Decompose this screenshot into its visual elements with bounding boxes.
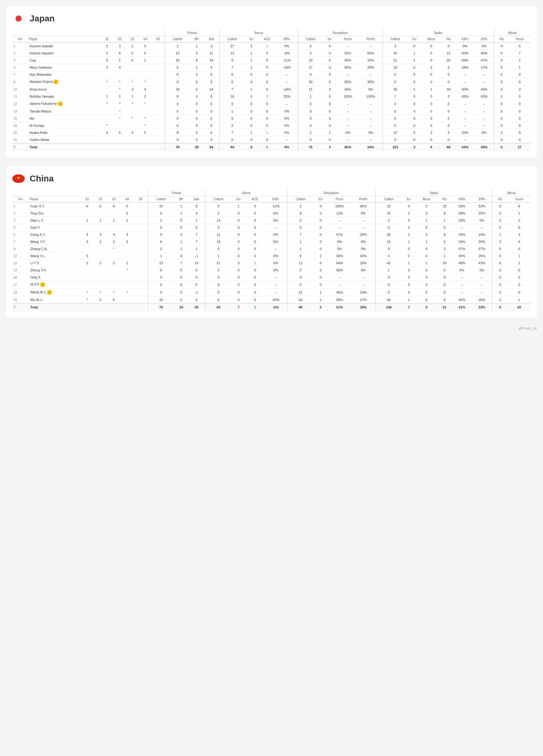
sp-err: 0 — [408, 129, 421, 136]
s3 — [107, 304, 121, 311]
perf: – — [351, 281, 375, 289]
ball: 9 — [188, 202, 205, 210]
th-sp-err: Err — [408, 36, 421, 43]
rc-err: 0 — [323, 71, 336, 78]
pos: 0% — [337, 129, 359, 136]
table-row: 7 Aya Watanabe 0 0 0 0 0 0 – 0 0 – – 0 0… — [12, 71, 531, 78]
rc-cat: 0 — [298, 100, 323, 108]
s5 — [134, 289, 148, 296]
sp-err: 1 — [402, 238, 416, 245]
player-yes: 18 — [12, 289, 28, 296]
s2: * — [113, 108, 126, 115]
rc-cat: 0 — [298, 136, 323, 144]
th-perf: Perf% — [359, 36, 382, 43]
pos: 58% — [328, 296, 351, 304]
perf: – — [359, 115, 382, 122]
sv-cat: 12 — [219, 50, 245, 57]
player-name: Ai Kurogo — [28, 122, 100, 129]
kill: – — [452, 274, 472, 281]
player-yes: 16 — [12, 122, 28, 129]
sp-pts: 13 — [442, 50, 456, 57]
sp-block: 0 — [416, 267, 437, 274]
kill: 43% — [456, 93, 474, 100]
sp-eff: 47% — [475, 57, 494, 64]
catfish-pts: 9 — [148, 231, 174, 238]
sp-err: 2 — [402, 231, 416, 238]
s2: 4 — [113, 64, 126, 71]
sp-err: 0 — [402, 289, 416, 296]
sp-eff: 43% — [472, 260, 492, 267]
blk-pts: 0 — [492, 289, 508, 296]
sv-eff: -11% — [276, 57, 298, 64]
th-s5: S5 — [134, 196, 148, 203]
ball: 50 — [188, 304, 205, 311]
pos: 50% — [337, 57, 359, 64]
s1: 2 — [101, 42, 113, 50]
sp-eff: 0% — [472, 217, 492, 224]
s4: * — [121, 289, 134, 296]
sv-cat: 14 — [205, 217, 231, 224]
table-row: 6 Gong X.Y. 4 4 4 4 9 3 7 11 0 0 0% 7 0 … — [12, 231, 531, 238]
ball: 0 — [188, 281, 205, 289]
player-name: Gao Y. — [28, 224, 81, 231]
rc-err: 0 — [323, 78, 336, 86]
sp-block: 0 — [421, 93, 442, 100]
perf: 33% — [351, 253, 375, 260]
touch: 0 — [509, 115, 531, 122]
sp-err: 0 — [402, 253, 416, 260]
s2: * — [113, 100, 126, 108]
sv-err: 0 — [231, 217, 245, 224]
catfish-pts: 0 — [148, 224, 174, 231]
touch: 4 — [508, 231, 531, 238]
table-row: 2 Kotona Hayashi 5 6 5 6 13 5 11 12 1 0 … — [12, 50, 531, 57]
blk-pts: 0 — [494, 122, 509, 129]
rc-cat: 10 — [298, 57, 323, 64]
rc-err: 1 — [314, 289, 328, 296]
sv-eff: 0% — [276, 108, 298, 115]
pos: – — [337, 108, 359, 115]
sp-block: 0 — [421, 100, 442, 108]
th-sv-catfish: Catfish — [205, 196, 231, 203]
player-yes: 15 — [12, 115, 28, 122]
touch: 0 — [509, 122, 531, 129]
rc-cat: 86 — [287, 304, 313, 311]
rc-err: 1 — [323, 129, 336, 136]
s3: 4 — [107, 231, 121, 238]
s2 — [94, 224, 107, 231]
s2 — [94, 245, 107, 253]
sv-cat: 16 — [219, 93, 245, 100]
th-sets-spacer — [101, 30, 165, 36]
ball: 1 — [188, 217, 205, 224]
sp-eff: 43% — [475, 93, 494, 100]
kill: 49% — [456, 57, 474, 64]
ball: 7 — [188, 238, 205, 245]
ball: 64 — [203, 143, 219, 151]
sv-eff: – — [276, 71, 298, 78]
ace: 0 — [258, 50, 276, 57]
blk-pts: 2 — [494, 93, 509, 100]
perf: 100% — [359, 93, 382, 100]
s3 — [126, 71, 139, 78]
sv-err: 0 — [245, 115, 258, 122]
touch: 1 — [508, 260, 531, 267]
th-rc-err: Err — [323, 36, 336, 43]
sv-err: 0 — [231, 253, 245, 260]
sp-err: 1 — [408, 86, 421, 93]
player-name: Yukiko Wada — [28, 136, 100, 144]
sv-eff: – — [276, 78, 298, 86]
s4 — [121, 224, 134, 231]
bp: 0 — [174, 281, 188, 289]
sp-eff: – — [475, 78, 494, 86]
sv-eff: – — [265, 274, 287, 281]
touch: 2 — [508, 217, 531, 224]
ace: 0 — [246, 281, 265, 289]
sv-eff: 0% — [276, 122, 298, 129]
s1 — [80, 224, 94, 231]
s1 — [80, 210, 94, 217]
perf: 0% — [359, 129, 382, 136]
catfish-pts: 0 — [148, 289, 174, 296]
sv-cat: 0 — [219, 100, 245, 108]
sp-block: 0 — [416, 245, 437, 253]
th-bp: BP — [174, 196, 188, 203]
rc-err: 0 — [314, 267, 328, 274]
